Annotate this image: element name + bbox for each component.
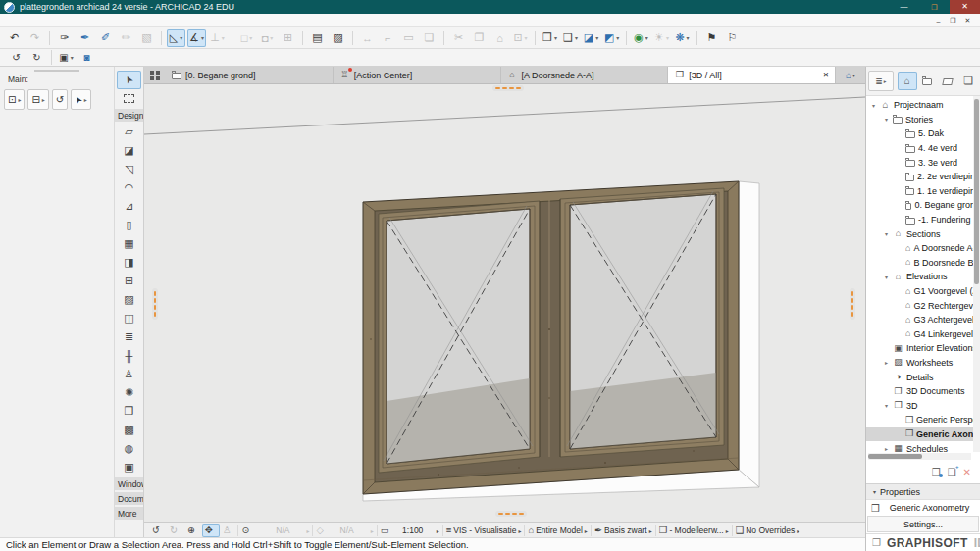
move-marquee-button[interactable]: ⊡ [4,89,25,110]
close-button[interactable]: ✕ [950,0,980,14]
stair-tool[interactable]: ≣ [117,327,141,346]
tree-item[interactable]: ▾ Projectnaam [866,98,980,113]
undo-button[interactable]: ↶ [5,29,24,47]
orbit-button[interactable]: ↺ [7,50,26,65]
dimension-button[interactable]: ↔ [358,29,377,47]
tree-item[interactable]: Generic Perspective [866,413,980,427]
toolbox-item[interactable]: Document [115,492,143,505]
tab-begane-grond[interactable]: [0. Begane grond] ✕ [166,67,334,83]
delete-item-button[interactable]: ✕ [963,467,971,477]
marquee-tool[interactable] [117,89,141,108]
tree-item[interactable]: Details [866,370,980,384]
tree-item[interactable]: G2 Rechtergevel (Aut [866,298,980,313]
snap-points-button[interactable]: ⊥ [208,29,227,47]
doc-close-button[interactable]: ✕ [960,17,975,25]
increase-zoom-button[interactable]: ⊕ [184,524,202,537]
tree-horizontal-scrollbar[interactable] [868,453,971,460]
tree-item[interactable]: Interior Elevations [866,341,980,356]
drag-element-button[interactable]: ⊟ [27,89,48,110]
tree-item[interactable]: ▾ Stories [866,113,980,127]
layout-book-tab[interactable] [938,72,957,90]
zoom-level-dropdown[interactable]: N/A [256,524,312,537]
pick-up-tab-button[interactable]: ⌂ [836,67,865,83]
renovation-filter-button[interactable]: ▤ [308,29,327,47]
edit-grid-button[interactable]: ⊞ [279,29,297,47]
equipment-tool[interactable]: ❒ [117,402,141,421]
tree-item[interactable]: Generic Axonometry [866,427,980,442]
issue-organizer-button[interactable]: ⚐ [723,29,742,47]
settings-button[interactable]: Settings... [867,516,979,532]
new-view-button[interactable]: ❏ [948,467,956,477]
explore-model-button[interactable]: ↻ [27,50,46,65]
redo-button[interactable]: ↷ [26,29,44,47]
tree-item[interactable]: B Doorsnede B-B (Au [866,256,980,271]
tree-item[interactable]: 4. 4e verd [866,141,980,156]
tree-caret-icon[interactable]: ▾ [883,274,890,280]
pen-set-dropdown[interactable]: ✒ Basis zwart [592,524,655,537]
tree-item[interactable]: A Doorsnede A-A (Au [866,241,980,256]
project-map-tab[interactable] [898,72,917,90]
tree-item[interactable]: 3. 3e verd [866,155,980,170]
tab-doorsnede-a-a[interactable]: [A Doorsnede A-A] ✕ [501,67,669,83]
suspend-groups-button[interactable]: ◘ [258,29,277,47]
zoom-previous-button[interactable]: ↺ [149,524,167,537]
capture-view-button[interactable]: ◙ [77,50,96,65]
surfaces-button[interactable]: ❋ [673,29,692,47]
tree-caret-icon[interactable]: ▸ [883,445,890,452]
object-tool[interactable]: ♙ [117,365,141,383]
pan-button[interactable]: ✥ [202,524,220,537]
tree-vertical-scrollbar[interactable] [973,96,980,452]
inject-all-parameters-button[interactable]: ✐ [96,29,115,47]
curtain-wall-tool[interactable]: ▦ [117,234,141,253]
pick-up-parameters-button[interactable]: ✑ [55,29,74,47]
split-button[interactable]: ❐ [470,29,489,47]
inject-parameters-button[interactable]: ✒ [76,29,94,47]
3d-styles-button[interactable]: ▣ [57,50,76,65]
tab-overview-button[interactable] [144,67,166,83]
model-view-options-dropdown[interactable]: ❐ - Modelleerw... [656,524,732,537]
filter-elements-3d-button[interactable]: ◩ [602,29,621,47]
tree-caret-icon[interactable]: ▾ [870,102,877,109]
adjust-button[interactable]: ⌂ [490,29,509,47]
3d-cutaway-button[interactable]: ◪ [582,29,600,47]
fit-in-window-button[interactable]: ⊙ [238,524,256,537]
toolbox-item[interactable]: More [115,507,143,520]
tree-caret-icon[interactable]: ▾ [883,402,890,409]
photorendering-button[interactable]: ◉ [632,29,650,47]
intersect-button[interactable]: ⊡ [511,29,530,47]
shell-tool[interactable]: ◠ [117,178,141,197]
column-tool[interactable]: ▯ [117,216,141,234]
inject-selection-button[interactable]: ✏ [117,29,135,47]
window-tool[interactable]: ⊞ [117,272,141,290]
tree-item[interactable]: -1. Fundering [866,213,980,227]
toolbox-item[interactable]: Design [115,109,143,122]
tree-item[interactable]: G4 Linkergevel (Auto- [866,327,980,342]
tab-action-center[interactable]: [Action Center] ✕ [334,67,501,83]
publisher-tab[interactable]: ❏ [958,72,978,90]
annotation-button[interactable]: ▭ [399,29,418,47]
explore-walk-button[interactable]: ♙ [220,524,238,537]
tree-item[interactable]: G1 Voorgevel (Auto-r [866,284,980,299]
arrow-tool[interactable]: ➤ [117,71,141,89]
morph-tool[interactable]: ◍ [117,439,141,458]
guide-lines-button[interactable]: ◺ [167,29,185,47]
drawing-button[interactable]: ❏ [420,29,438,47]
tree-caret-icon[interactable]: ▾ [883,116,890,123]
door-tool[interactable]: ◨ [117,253,141,272]
tree-item[interactable]: ▾ Sections [866,226,980,241]
snap-guides-button[interactable]: ∡ [187,29,206,47]
zone-tool[interactable]: ▣ [117,458,141,476]
toolbox-item[interactable]: Window [115,477,143,490]
tab-3d-all[interactable]: [3D / All] ✕ [668,67,836,83]
tree-item[interactable]: ▸ Schedules [866,441,980,452]
3d-viewport[interactable] [144,84,865,522]
fill-display-button[interactable]: ▨ [329,29,347,47]
roof-tool[interactable]: ◹ [117,160,141,178]
rotate-view-button[interactable]: ↺ [52,89,68,110]
mesh-tool[interactable]: ▩ [117,421,141,439]
tree-item[interactable]: ▾ 3D [866,398,980,413]
orientation-dropdown[interactable]: ◇ N/A [313,524,376,537]
skylight-tool[interactable]: ▨ [117,290,141,309]
slab-tool[interactable]: ◪ [117,141,141,160]
tree-item[interactable]: 5. Dak [866,126,980,141]
